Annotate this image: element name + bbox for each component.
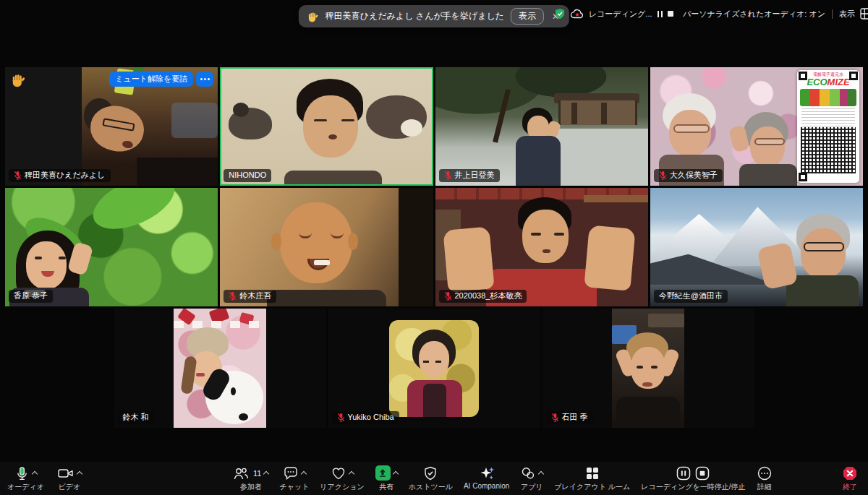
shield-icon xyxy=(422,465,438,481)
video-tile-suzuki-kazu[interactable]: 鈴木 和 xyxy=(114,309,326,428)
participant-nametag: 井上日登美 xyxy=(439,169,500,182)
participant-name: 鈴木 和 xyxy=(123,413,149,422)
toolbar-left-group: オーディオ ビデオ xyxy=(7,465,82,492)
gallery-row-2: 香原 恭子 鈴木庄吾 xyxy=(5,188,863,306)
participants-button[interactable]: 11 参加者 xyxy=(233,465,268,492)
poster-brand-mize: MIZE xyxy=(827,77,850,87)
pause-recording-icon[interactable] xyxy=(676,465,692,481)
recording-controls-button[interactable]: レコーディングを一時停止/停止 xyxy=(641,465,745,492)
gallery-row-1: ミュート解除を要請 稗田美喜ひえだみよし xyxy=(5,67,863,186)
share-label: 共有 xyxy=(379,482,393,492)
reactions-caret[interactable] xyxy=(349,470,354,476)
video-tile-nihondo[interactable]: NIHONDO xyxy=(220,67,433,186)
personalized-audio-status: パーソナライズされたオーディオ: オン xyxy=(683,9,825,20)
breakout-rooms-button[interactable]: ブレイクアウト ルーム xyxy=(554,465,630,492)
video-feed xyxy=(220,67,433,186)
apps-caret[interactable] xyxy=(538,470,544,476)
security-shield-icon[interactable] xyxy=(554,8,566,20)
poster-vegetables-image xyxy=(800,89,856,106)
participant-nametag: NIHONDO xyxy=(224,169,271,182)
video-feed xyxy=(174,309,266,428)
cloud-recording-icon xyxy=(571,9,584,19)
recording-status-text: レコーディング... xyxy=(589,9,652,20)
tile-more-button[interactable] xyxy=(196,72,213,87)
video-tile-suzuki-shogo[interactable]: 鈴木庄吾 xyxy=(220,188,433,306)
reactions-label: リアクション xyxy=(320,482,364,492)
apps-button[interactable]: アプリ xyxy=(520,465,543,492)
video-tile-okubo[interactable]: 電解電子還元水 ECOMIZE 大久保美智子 xyxy=(650,67,863,186)
meeting-toolbar: オーディオ ビデオ 11 参加者 チャット リアクション 共有 xyxy=(0,462,868,495)
share-button[interactable]: 共有 xyxy=(375,465,398,492)
video-label: ビデオ xyxy=(59,482,81,492)
stop-recording-icon[interactable] xyxy=(694,465,710,481)
video-tile-kahara[interactable]: 香原 恭子 xyxy=(5,188,218,306)
muted-mic-icon xyxy=(444,291,452,301)
poster-fine-print xyxy=(801,108,855,126)
video-tile-ishida[interactable]: 石田 季 xyxy=(542,309,754,428)
ecomize-poster: 電解電子還元水 ECOMIZE xyxy=(797,70,859,183)
more-button[interactable]: 詳細 xyxy=(757,465,773,492)
video-options-caret[interactable] xyxy=(77,470,82,476)
muted-mic-icon xyxy=(659,171,667,180)
participants-count: 11 xyxy=(253,469,261,478)
participant-nametag: 鈴木 和 xyxy=(118,411,154,424)
top-status-bar: レコーディング... パーソナライズされたオーディオ: オン 表示 xyxy=(554,8,868,20)
participants-label: 参加者 xyxy=(240,482,262,492)
qr-code xyxy=(801,127,856,173)
audio-options-caret[interactable] xyxy=(32,470,38,476)
video-button[interactable]: ビデオ xyxy=(57,465,82,492)
participant-name: 石田 季 xyxy=(562,413,588,422)
host-tools-label: ホストツール xyxy=(409,482,453,492)
audio-label: オーディオ xyxy=(7,482,44,492)
more-label: 詳細 xyxy=(757,482,772,492)
zoom-meeting-window: 稗田美喜ひえだみよし さんが手を挙げました 表示 ✕ レコーディング... パー… xyxy=(0,0,868,495)
muted-mic-icon xyxy=(337,413,345,422)
ai-companion-label: AI Companion xyxy=(464,482,509,490)
video-tile-sugimoto[interactable]: 2020038_杉本敬亮 xyxy=(435,188,648,306)
share-caret[interactable] xyxy=(393,470,399,476)
poster-brand-eco: ECO xyxy=(807,77,827,87)
camera-icon xyxy=(57,465,75,481)
video-feed xyxy=(612,309,684,428)
video-tile-konno[interactable]: 今野紀生@酒田市 xyxy=(650,188,863,306)
toolbar-center-group: 11 参加者 チャット リアクション 共有 ホストツール AI Compa xyxy=(233,465,773,492)
recording-stop-icon[interactable] xyxy=(668,11,673,17)
participant-nametag: 今野紀生@酒田市 xyxy=(654,290,728,303)
tile-actions: ミュート解除を要請 xyxy=(109,72,213,87)
audio-button[interactable]: オーディオ xyxy=(7,465,44,492)
participant-name: NIHONDO xyxy=(229,171,266,180)
reactions-button[interactable]: リアクション xyxy=(320,465,364,492)
notification-show-button[interactable]: 表示 xyxy=(511,8,544,25)
video-feed xyxy=(435,67,648,186)
gallery-view-icon[interactable] xyxy=(860,8,868,20)
hand-raised-notification: 稗田美喜ひえだみよし さんが手を挙げました 表示 ✕ xyxy=(299,5,569,27)
video-feed xyxy=(5,188,218,306)
end-meeting-button[interactable]: 終了 xyxy=(842,465,858,492)
video-tile-inoue[interactable]: 井上日登美 xyxy=(435,67,648,186)
breakout-grid-icon xyxy=(584,465,600,481)
ai-companion-button[interactable]: AI Companion xyxy=(464,465,509,490)
host-tools-button[interactable]: ホストツール xyxy=(409,465,453,492)
ask-to-unmute-button[interactable]: ミュート解除を要請 xyxy=(109,72,193,87)
participant-nametag: 稗田美喜ひえだみよし xyxy=(9,169,111,182)
participant-name: 鈴木庄吾 xyxy=(239,291,271,301)
recording-pause-icon[interactable] xyxy=(658,11,663,17)
participant-name: Yukiko Chiba xyxy=(348,413,394,422)
video-gallery: ミュート解除を要請 稗田美喜ひえだみよし xyxy=(5,67,863,428)
video-tile-hieda[interactable]: ミュート解除を要請 稗田美喜ひえだみよし xyxy=(5,67,218,186)
raised-hand-icon xyxy=(307,11,319,22)
microphone-icon xyxy=(14,465,30,481)
participants-caret[interactable] xyxy=(263,470,269,476)
raised-hand-icon xyxy=(11,72,26,90)
video-feed xyxy=(220,188,433,306)
share-screen-icon xyxy=(375,465,391,481)
participant-nametag: 鈴木庄吾 xyxy=(224,290,276,303)
chat-button[interactable]: チャット xyxy=(279,465,309,492)
video-tile-yukiko-chiba[interactable]: Yukiko Chiba xyxy=(328,309,540,428)
video-feed xyxy=(650,188,863,306)
participant-nametag: 2020038_杉本敬亮 xyxy=(439,290,527,303)
view-label[interactable]: 表示 xyxy=(839,9,855,20)
muted-mic-icon xyxy=(444,171,452,180)
chat-caret[interactable] xyxy=(301,470,307,476)
participant-name: 香原 恭子 xyxy=(14,291,48,301)
